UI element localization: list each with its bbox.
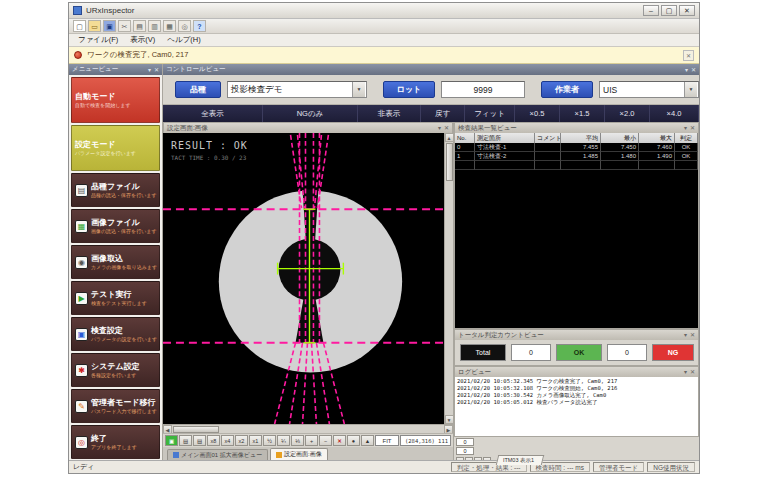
- zoom-quarter-button[interactable]: ¼: [277, 435, 290, 446]
- fit-button[interactable]: フィット: [465, 105, 515, 122]
- table-row[interactable]: 0 寸法検査-1 7.455 7.450 7.460 OK: [455, 143, 698, 152]
- image-b-icon[interactable]: ▤: [193, 435, 206, 446]
- spin-value-2[interactable]: 0: [456, 447, 474, 455]
- paste-icon[interactable]: ▥: [148, 20, 161, 32]
- open-icon[interactable]: ▭: [88, 20, 101, 32]
- image-vertical-scrollbar[interactable]: ▲ ▼: [444, 133, 453, 424]
- dock-menu-icon[interactable]: ▾: [684, 332, 687, 338]
- cut-icon[interactable]: ✂: [118, 20, 131, 32]
- alert-icon: [74, 51, 82, 59]
- dock-close-icon[interactable]: ✕: [690, 125, 695, 131]
- chevron-down-icon[interactable]: ▼: [684, 82, 697, 97]
- result-table[interactable]: No. 測定箇所 コメント 平均 最小 最大 判定 0 寸法検査-1: [454, 133, 699, 329]
- new-icon[interactable]: ▢: [73, 20, 86, 32]
- dock-close-icon[interactable]: ✕: [690, 332, 695, 338]
- sidebar-item-inspect-setting[interactable]: ▣ 検査設定 パラメータの設定を行います: [71, 317, 160, 351]
- sidebar-item-image-file[interactable]: ▦ 画像ファイル 画像の読込・保存を行います: [71, 209, 160, 243]
- notification-close-icon[interactable]: ✕: [683, 50, 694, 61]
- zoom-40-button[interactable]: ×4.0: [650, 105, 699, 122]
- menu-view[interactable]: 表示(V): [125, 35, 160, 45]
- hide-button[interactable]: 非表示: [358, 105, 421, 122]
- zoom-eighth-button[interactable]: ⅛: [291, 435, 304, 446]
- log-view[interactable]: 2021/02/20 10:05:32.345 ワークの検査完了, Cam0, …: [454, 377, 699, 437]
- print-icon[interactable]: ▦: [163, 20, 176, 32]
- tab-main-view[interactable]: メイン画面01 拡大画像ビュー: [167, 449, 268, 460]
- dock-close-icon[interactable]: ✕: [154, 67, 159, 73]
- zoom-x4-button[interactable]: x4: [221, 435, 234, 446]
- log-line: 2021/02/20 10:05:30.542 カメラ画像取込完了, Cam0: [457, 392, 696, 399]
- zoom-in-icon[interactable]: +: [305, 435, 318, 446]
- dock-menu-icon[interactable]: ▾: [684, 125, 687, 131]
- pointer-tool-icon[interactable]: ▲: [361, 435, 374, 446]
- image-horizontal-scrollbar[interactable]: ◀ ▶: [163, 424, 453, 433]
- zoom-x8-button[interactable]: x8: [207, 435, 220, 446]
- count-panel-title: トータル判定カウントビュー: [458, 331, 544, 340]
- menu-panel-titlebar: メニュービュー ▾ ✕: [69, 64, 162, 75]
- fit-mode-box[interactable]: FIT: [375, 435, 399, 446]
- ng-only-button[interactable]: NGのみ: [263, 105, 358, 122]
- save-icon[interactable]: ▣: [103, 20, 116, 32]
- sidebar-item-system-setting[interactable]: ✱ システム設定 各種設定を行います: [71, 353, 160, 387]
- menu-file[interactable]: ファイル(F): [73, 35, 123, 45]
- image-toolbar: ▣ ▤ ▤ x8 x4 x2 x1 ½ ¼ ⅛ + − ✕ ●: [163, 433, 453, 447]
- copy-icon[interactable]: ▤: [133, 20, 146, 32]
- close-button[interactable]: ✕: [679, 5, 695, 16]
- sidebar-item-auto-mode[interactable]: 自動モード 自動で検査を開始します: [71, 77, 160, 123]
- circle-tool-icon[interactable]: ●: [347, 435, 360, 446]
- tab-setting-image[interactable]: 設定画面:画像: [270, 448, 328, 460]
- grid-icon[interactable]: ▣: [165, 435, 178, 446]
- reset-button[interactable]: 戻す: [421, 105, 465, 122]
- dock-close-icon[interactable]: ✕: [691, 67, 696, 73]
- vertical-scroll-thumb[interactable]: [446, 143, 453, 181]
- log-panel-titlebar: ログビュー ▾ ✕: [454, 366, 699, 377]
- sidebar-item-admin-mode[interactable]: ✎ 管理者モード移行 パスワード入力で移行します: [71, 389, 160, 423]
- dock-menu-icon[interactable]: ▾: [438, 125, 441, 131]
- help-icon[interactable]: ?: [193, 20, 206, 32]
- search-icon[interactable]: ◎: [178, 20, 191, 32]
- app-window: URxInspector – ▢ ✕ ▢ ▭ ▣ ✂ ▤ ▥ ▦ ◎ ? ファイ…: [68, 2, 700, 474]
- view-icon: [276, 452, 282, 458]
- dock-menu-icon[interactable]: ▾: [685, 67, 688, 73]
- zoom-out-icon[interactable]: −: [319, 435, 332, 446]
- dock-close-icon[interactable]: ✕: [690, 369, 695, 375]
- sidebar-item-exit[interactable]: ◎ 終了 アプリを終了します: [71, 425, 160, 459]
- sidebar-item-image-capture[interactable]: ◉ 画像取込 カメラの画像を取り込みます: [71, 245, 160, 279]
- inspection-image[interactable]: RESULT : OK TACT TIME : 0.30 / 23: [163, 133, 444, 424]
- scroll-up-icon[interactable]: ▲: [445, 133, 454, 142]
- table-row[interactable]: 1 寸法検査-2 1.485 1.480 1.490 OK: [455, 152, 698, 161]
- show-all-button[interactable]: 全表示: [163, 105, 263, 122]
- total-count-box: 0: [511, 344, 551, 361]
- menu-help[interactable]: ヘルプ(H): [162, 35, 205, 45]
- zoom-05-button[interactable]: ×0.5: [515, 105, 560, 122]
- tab-itm03[interactable]: ITM03 表示1: [496, 455, 545, 465]
- kind-select[interactable]: 投影検査デモ ▼: [227, 81, 367, 98]
- minimize-button[interactable]: –: [643, 5, 659, 16]
- dock-close-icon[interactable]: ✕: [444, 125, 449, 131]
- page-spinner[interactable]: 0 0: [456, 438, 474, 455]
- scroll-down-icon[interactable]: ▼: [445, 415, 454, 424]
- image-a-icon[interactable]: ▤: [179, 435, 192, 446]
- chevron-down-icon[interactable]: ▼: [352, 82, 365, 97]
- zoom-x2-button[interactable]: x2: [235, 435, 248, 446]
- table-row-empty: [455, 161, 698, 170]
- sidebar-item-setting-mode[interactable]: 設定モード パラメータ設定を行います: [71, 125, 160, 171]
- zoom-x1-button[interactable]: x1: [249, 435, 262, 446]
- zoom-20-button[interactable]: ×2.0: [605, 105, 650, 122]
- zoom-15-button[interactable]: ×1.5: [560, 105, 605, 122]
- delete-icon[interactable]: ✕: [333, 435, 346, 446]
- dock-menu-icon[interactable]: ▾: [684, 369, 687, 375]
- status-ngusage-segment: NG使用状況: [647, 462, 695, 472]
- maximize-button[interactable]: ▢: [661, 5, 677, 16]
- spin-value-1[interactable]: 0: [456, 438, 474, 446]
- dock-menu-icon[interactable]: ▾: [148, 67, 151, 73]
- menu-item-list: 自動モード 自動で検査を開始します 設定モード パラメータ設定を行います ▤ 品…: [69, 75, 162, 460]
- sidebar-item-kind-file[interactable]: ▤ 品種ファイル 品種の読込・保存を行います: [71, 173, 160, 207]
- zoom-half-button[interactable]: ½: [263, 435, 276, 446]
- operator-select[interactable]: UIS ▼: [599, 81, 699, 98]
- ng-label-box: NG: [652, 344, 694, 361]
- main-toolbar: ▢ ▭ ▣ ✂ ▤ ▥ ▦ ◎ ?: [69, 19, 699, 34]
- log-line: 2021/02/20 10:05:05.012 検査パラメータ読込完了: [457, 399, 696, 406]
- horizontal-scroll-thumb[interactable]: [173, 426, 219, 433]
- lot-input[interactable]: 9999: [441, 81, 525, 98]
- sidebar-item-test-run[interactable]: ▶ テスト実行 検査をテスト実行します: [71, 281, 160, 315]
